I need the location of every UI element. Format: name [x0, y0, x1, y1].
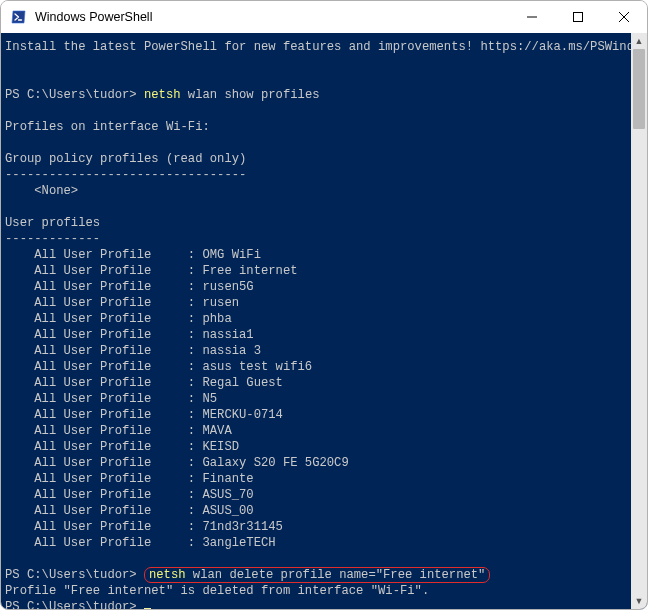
blank	[5, 135, 627, 151]
profile-row: All User Profile : rusen	[5, 295, 627, 311]
profile-row: All User Profile : 3angleTECH	[5, 535, 627, 551]
vertical-scrollbar[interactable]: ▲ ▼	[631, 33, 647, 609]
blank	[5, 71, 627, 87]
profile-row: All User Profile : ASUS_70	[5, 487, 627, 503]
user-profiles-header: User profiles	[5, 215, 627, 231]
window-controls	[509, 1, 647, 33]
blank	[5, 551, 627, 567]
maximize-button[interactable]	[555, 1, 601, 33]
user-profiles-rule: -------------	[5, 231, 627, 247]
scroll-up-button[interactable]: ▲	[631, 33, 647, 49]
profile-row: All User Profile : phba	[5, 311, 627, 327]
blank	[5, 55, 627, 71]
profile-row: All User Profile : asus test wifi6	[5, 359, 627, 375]
profile-row: All User Profile : N5	[5, 391, 627, 407]
close-button[interactable]	[601, 1, 647, 33]
gpp-none: <None>	[5, 183, 627, 199]
minimize-button[interactable]	[509, 1, 555, 33]
terminal-output[interactable]: Install the latest PowerShell for new fe…	[1, 33, 631, 609]
window-title: Windows PowerShell	[35, 10, 509, 24]
profile-row: All User Profile : Finante	[5, 471, 627, 487]
terminal-area: Install the latest PowerShell for new fe…	[1, 33, 647, 609]
cursor	[144, 608, 151, 609]
profile-row: All User Profile : nassia1	[5, 327, 627, 343]
blank	[5, 103, 627, 119]
powershell-window: Windows PowerShell Install the latest Po…	[0, 0, 648, 610]
scrollbar-thumb[interactable]	[633, 49, 645, 129]
powershell-icon	[11, 9, 27, 25]
profile-row: All User Profile : rusen5G	[5, 279, 627, 295]
command-keyword: netsh	[144, 88, 181, 102]
command-line: PS C:\Users\tudor> netsh wlan delete pro…	[5, 567, 627, 583]
profile-row: All User Profile : MERCKU-0714	[5, 407, 627, 423]
profile-row: All User Profile : MAVA	[5, 423, 627, 439]
banner-line: Install the latest PowerShell for new fe…	[5, 39, 627, 55]
profile-row: All User Profile : Regal Guest	[5, 375, 627, 391]
section-header: Profiles on interface Wi-Fi:	[5, 119, 627, 135]
result-line: Profile "Free internet" is deleted from …	[5, 583, 627, 599]
scrollbar-track[interactable]	[631, 49, 647, 593]
titlebar[interactable]: Windows PowerShell	[1, 1, 647, 33]
svg-rect-1	[574, 13, 583, 22]
profile-row: All User Profile : 71nd3r31145	[5, 519, 627, 535]
profile-row: All User Profile : ASUS_00	[5, 503, 627, 519]
profile-row: All User Profile : Galaxy S20 FE 5G20C9	[5, 455, 627, 471]
gpp-header: Group policy profiles (read only)	[5, 151, 627, 167]
highlighted-command: netsh wlan delete profile name="Free int…	[144, 567, 490, 583]
profile-row: All User Profile : OMG WiFi	[5, 247, 627, 263]
scroll-down-button[interactable]: ▼	[631, 593, 647, 609]
profile-row: All User Profile : KEISD	[5, 439, 627, 455]
profile-row: All User Profile : nassia 3	[5, 343, 627, 359]
gpp-rule: ---------------------------------	[5, 167, 627, 183]
command-keyword: netsh	[149, 568, 186, 582]
blank	[5, 199, 627, 215]
prompt-line: PS C:\Users\tudor>	[5, 599, 627, 609]
profile-row: All User Profile : Free internet	[5, 263, 627, 279]
command-line: PS C:\Users\tudor> netsh wlan show profi…	[5, 87, 627, 103]
